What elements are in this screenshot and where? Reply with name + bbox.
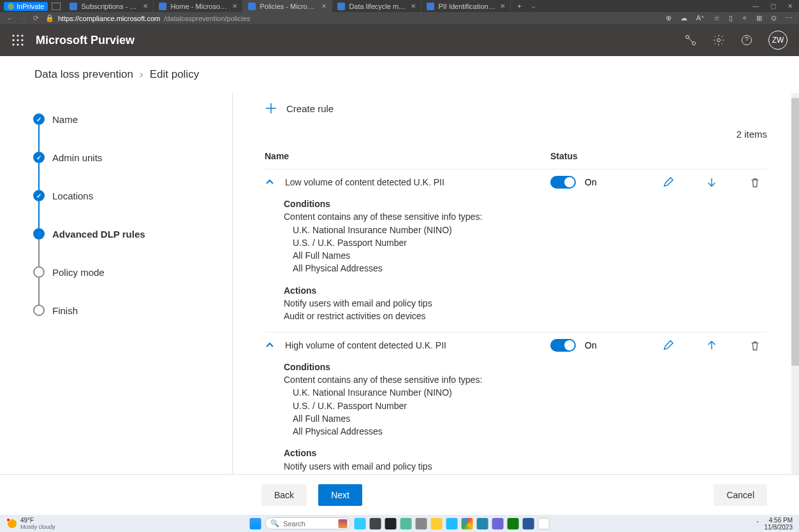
step-label: Admin units bbox=[52, 152, 102, 163]
help-icon[interactable] bbox=[740, 34, 753, 47]
scrollbar-thumb[interactable] bbox=[791, 98, 799, 366]
vertical-scrollbar[interactable] bbox=[791, 93, 799, 514]
taskbar-app-copilot[interactable] bbox=[355, 518, 366, 529]
wizard-step[interactable]: Advanced DLP rules bbox=[33, 228, 232, 240]
taskbar-weather[interactable]: 49°F Mostly cloudy bbox=[0, 517, 55, 530]
taskbar-app-taskview[interactable] bbox=[370, 518, 381, 529]
taskbar-app-chrome[interactable] bbox=[462, 518, 473, 529]
favorite-icon[interactable]: ☆ bbox=[714, 14, 720, 22]
cancel-button[interactable]: Cancel bbox=[714, 484, 767, 506]
taskbar-app-teams2[interactable] bbox=[492, 518, 504, 529]
back-button[interactable]: Back bbox=[261, 484, 307, 506]
browser-tab[interactable]: Policies - Microsoft Purview✕ bbox=[243, 0, 332, 12]
taskbar-app-terminal[interactable] bbox=[385, 518, 397, 529]
taskbar-app-settings[interactable] bbox=[416, 518, 427, 529]
taskbar-app-snip[interactable] bbox=[538, 518, 550, 529]
edit-icon[interactable] bbox=[663, 176, 674, 188]
taskbar-app-excel[interactable] bbox=[508, 518, 519, 529]
actions-header: Actions bbox=[284, 284, 767, 297]
wizard-steps: NameAdmin unitsLocationsAdvanced DLP rul… bbox=[0, 93, 233, 514]
svg-point-8 bbox=[21, 43, 23, 45]
step-dot bbox=[33, 266, 45, 278]
taskbar-app-store[interactable] bbox=[477, 518, 488, 529]
rule-details: ConditionsContent contains any of these … bbox=[265, 189, 767, 323]
tab-close-icon[interactable]: ✕ bbox=[232, 3, 237, 10]
profile-icon[interactable]: ⊙ bbox=[771, 14, 777, 22]
conditions-line: Content contains any of these sensitive … bbox=[284, 210, 767, 223]
taskbar-overflow-icon[interactable]: ˄ bbox=[756, 521, 759, 527]
breadcrumb-root[interactable]: Data loss prevention bbox=[34, 68, 133, 81]
browser-tab[interactable]: Data lifecycle management - Mi✕ bbox=[332, 0, 421, 12]
browser-tab[interactable]: Home - Microsoft Purview✕ bbox=[154, 0, 243, 12]
collapse-icon[interactable] bbox=[265, 177, 275, 187]
collapse-icon[interactable] bbox=[265, 340, 275, 350]
inprivate-badge: InPrivate bbox=[4, 2, 48, 11]
taskbar-app-word[interactable] bbox=[523, 518, 534, 529]
more-icon[interactable]: ⋯ bbox=[786, 14, 793, 22]
app-launcher-icon[interactable] bbox=[11, 34, 24, 47]
edit-icon[interactable] bbox=[663, 340, 674, 351]
step-connector bbox=[38, 125, 40, 152]
read-aloud-icon[interactable]: A⁺ bbox=[696, 14, 705, 22]
action-item: Audit or restrict activities on devices bbox=[284, 310, 767, 322]
wizard-step: Policy mode bbox=[33, 266, 232, 278]
nav-back-button[interactable]: ← bbox=[6, 15, 13, 22]
rule-item: Low volume of content detected U.K. PIIO… bbox=[265, 169, 767, 333]
start-button[interactable] bbox=[249, 518, 261, 529]
window-maximize-button[interactable]: ▢ bbox=[770, 3, 776, 10]
wizard-step[interactable]: Name bbox=[33, 113, 232, 125]
create-rule-button[interactable]: Create rule bbox=[265, 102, 767, 115]
collections-icon[interactable]: ✧ bbox=[742, 14, 747, 22]
taskbar-app-explorer[interactable] bbox=[431, 518, 443, 529]
tab-favicon bbox=[427, 3, 434, 10]
tab-label: Data lifecycle management - Mi bbox=[349, 3, 407, 10]
tab-close-icon[interactable]: ✕ bbox=[500, 3, 505, 10]
step-dot bbox=[33, 152, 45, 163]
wizard-footer: Back Next Cancel bbox=[0, 474, 799, 515]
new-tab-button[interactable]: ＋ bbox=[511, 1, 528, 11]
user-avatar[interactable]: ZW bbox=[768, 31, 788, 50]
plus-icon bbox=[265, 102, 277, 115]
tab-close-icon[interactable]: ✕ bbox=[143, 3, 148, 10]
split-screen-icon[interactable]: ▯ bbox=[729, 14, 733, 22]
tab-favicon bbox=[248, 3, 256, 10]
extensions-icon[interactable]: ⊞ bbox=[756, 14, 762, 22]
tab-overflow-icon[interactable]: ⌄ bbox=[531, 2, 536, 10]
svg-point-7 bbox=[17, 43, 18, 45]
settings-icon[interactable] bbox=[712, 34, 725, 47]
window-close-button[interactable]: ✕ bbox=[788, 3, 793, 10]
move-up-icon[interactable] bbox=[706, 340, 717, 351]
svg-point-2 bbox=[21, 34, 23, 36]
url-path: /datalossprevention/policies bbox=[164, 15, 250, 22]
window-minimize-button[interactable]: ― bbox=[752, 3, 759, 10]
workspace-icon[interactable] bbox=[52, 3, 61, 10]
inprivate-label: InPrivate bbox=[17, 3, 44, 10]
svg-point-1 bbox=[17, 34, 18, 36]
url-field[interactable]: 🔒 https://compliance.microsoft.com/datal… bbox=[45, 14, 659, 22]
delete-icon[interactable] bbox=[749, 176, 761, 188]
svg-point-3 bbox=[12, 39, 14, 41]
move-down-icon[interactable] bbox=[706, 176, 717, 188]
step-label: Locations bbox=[52, 191, 93, 201]
action-item: Notify users with email and policy tips bbox=[284, 460, 767, 473]
wizard-step[interactable]: Admin units bbox=[33, 152, 232, 163]
nav-refresh-button[interactable]: ⟳ bbox=[33, 14, 39, 22]
zoom-icon[interactable]: ⊕ bbox=[666, 14, 671, 22]
wizard-step[interactable]: Locations bbox=[33, 190, 232, 201]
status-toggle[interactable] bbox=[550, 176, 576, 189]
weather-icon bbox=[8, 519, 17, 528]
next-button[interactable]: Next bbox=[318, 484, 362, 506]
flow-icon[interactable] bbox=[684, 34, 697, 47]
status-toggle[interactable] bbox=[550, 339, 576, 352]
taskbar-app-edge[interactable] bbox=[446, 518, 458, 529]
browser-tab[interactable]: PII Identification and Minimizati✕ bbox=[421, 0, 511, 12]
browser-tab[interactable]: Subscriptions - Microsoft 365 ad✕ bbox=[64, 0, 154, 12]
taskbar-app-teams[interactable] bbox=[400, 518, 412, 529]
delete-icon[interactable] bbox=[749, 340, 761, 351]
taskbar-search[interactable]: 🔍 Search bbox=[265, 517, 351, 529]
condition-item: All Full Names bbox=[284, 412, 767, 425]
tab-close-icon[interactable]: ✕ bbox=[411, 3, 416, 10]
shopping-icon[interactable]: ☁ bbox=[680, 14, 687, 22]
tab-favicon bbox=[159, 3, 166, 10]
tab-close-icon[interactable]: ✕ bbox=[321, 3, 326, 10]
